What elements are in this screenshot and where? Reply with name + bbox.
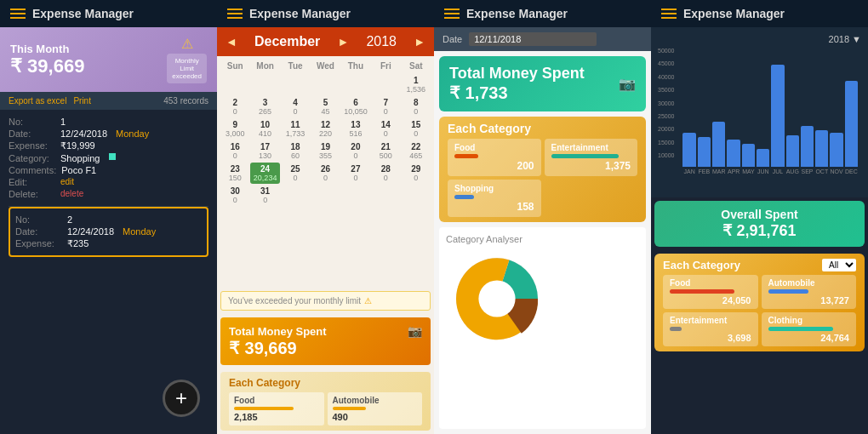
bar-DEC[interactable] <box>845 81 858 167</box>
panel2-each-category: Each Category Food 2,185 Automobile 490 <box>220 372 431 431</box>
p3-cat2-name: Entertainment <box>551 143 631 152</box>
no-label2: No: <box>15 214 62 225</box>
bar-chart-canvas <box>679 48 861 167</box>
p4-cat4: Clothing 24,764 <box>762 312 857 346</box>
p4-cat1-bar <box>670 289 734 294</box>
cal-day-10[interactable]: 10410 <box>250 118 279 140</box>
cal-day-13[interactable]: 13516 <box>341 118 370 140</box>
p2-cat1-name: Food <box>234 396 319 405</box>
cal-day-11[interactable]: 111,733 <box>281 118 310 140</box>
cal-day-1[interactable]: 11,536 <box>402 74 431 95</box>
bar-JUL[interactable] <box>771 65 784 167</box>
cal-day-17[interactable]: 17130 <box>250 140 279 162</box>
this-month-amount: ₹ 39,669 <box>10 55 84 77</box>
cal-day-29[interactable]: 290 <box>402 163 431 184</box>
p4-cat4-name: Clothing <box>768 316 850 325</box>
dow-wed: Wed <box>311 60 340 72</box>
cal-day-26[interactable]: 260 <box>311 163 340 184</box>
export-excel-link[interactable]: Export as excel <box>9 96 66 106</box>
bar-OCT[interactable] <box>815 130 828 167</box>
print-link[interactable]: Print <box>73 96 91 106</box>
pie-chart <box>446 248 548 350</box>
calendar-grid: Sun Mon Tue Wed Thu Fri Sat 11,536203265… <box>217 56 434 288</box>
bar-MAR[interactable] <box>712 122 725 167</box>
p3-cat3-bar <box>454 195 474 199</box>
cal-day-2[interactable]: 20 <box>220 96 249 117</box>
bar-label-JUL: JUL <box>771 168 784 174</box>
p2-ts-label: Total Money Spent <box>229 325 327 338</box>
p3-cat3: Shopping 158 <box>448 180 541 217</box>
all-select[interactable]: All <box>822 259 856 271</box>
records-count: 453 records <box>163 96 208 106</box>
bar-NOV[interactable] <box>830 133 842 167</box>
hamburger-menu4[interactable] <box>661 9 677 19</box>
p4-cat1-amount: 24,050 <box>670 295 751 306</box>
bar-FEB[interactable] <box>698 137 711 167</box>
cal-day-9[interactable]: 93,000 <box>220 118 249 140</box>
prev-month-btn[interactable]: ◄ <box>226 35 237 49</box>
cal-day-27[interactable]: 270 <box>341 163 370 184</box>
expense-label: Expense: <box>9 140 55 151</box>
cal-day-6[interactable]: 610,050 <box>341 96 370 117</box>
cal-day-18[interactable]: 1860 <box>281 140 310 162</box>
bar-label-SEP: SEP <box>801 168 814 174</box>
cal-day-4[interactable]: 40 <box>281 96 310 117</box>
cal-day-30[interactable]: 300 <box>220 185 249 206</box>
cal-day-24[interactable]: 2420,234 <box>250 163 279 184</box>
cal-day-12[interactable]: 12220 <box>311 118 340 140</box>
bar-JAN[interactable] <box>682 133 695 167</box>
bar-JUN[interactable] <box>757 149 769 167</box>
year-dropdown-icon[interactable]: ▼ <box>852 34 861 44</box>
p3-cat2-bar <box>551 154 619 158</box>
cal-day-22[interactable]: 22465 <box>402 140 431 162</box>
cal-day-20[interactable]: 200 <box>341 140 370 162</box>
cal-day-28[interactable]: 280 <box>371 163 400 184</box>
date-input[interactable] <box>469 32 597 46</box>
rec2-day: Monday <box>123 226 156 237</box>
bar-label-APR: APR <box>728 168 740 174</box>
p2-cat2-amount: 490 <box>333 412 418 422</box>
add-fab[interactable]: + <box>163 380 200 417</box>
hamburger-menu2[interactable] <box>227 9 243 19</box>
month-info: This Month ₹ 39,669 <box>10 43 84 77</box>
cal-day-5[interactable]: 545 <box>311 96 340 117</box>
bar-label-JAN: JAN <box>682 168 695 174</box>
cal-day-15[interactable]: 150 <box>402 118 431 140</box>
hamburger-menu[interactable] <box>10 9 26 19</box>
cal-day-7[interactable]: 70 <box>371 96 400 117</box>
exceed-banner: You've exceeded your monthly limit ⚠ <box>220 291 431 311</box>
bar-label-FEB: FEB <box>698 168 711 174</box>
monthly-limit-box: Monthly Limit exceeded <box>167 54 207 83</box>
cal-day-25[interactable]: 250 <box>281 163 310 184</box>
cal-day-3[interactable]: 3265 <box>250 96 279 117</box>
category-label: Category: <box>9 153 55 163</box>
comments-label: Comments: <box>9 165 56 175</box>
cal-day-23[interactable]: 23150 <box>220 163 249 184</box>
cal-day-21[interactable]: 21500 <box>371 140 400 162</box>
bar-MAY[interactable] <box>742 144 755 167</box>
cal-day-16[interactable]: 160 <box>220 140 249 162</box>
hamburger-menu3[interactable] <box>444 9 460 19</box>
delete-link[interactable]: delete <box>60 189 83 199</box>
cal-day-19[interactable]: 19355 <box>311 140 340 162</box>
category-badge <box>109 153 116 160</box>
panel-overview: Expense Manager 2018 ▼ 50000 45000 40000… <box>651 0 868 434</box>
next-month-btn[interactable]: ► <box>337 35 349 49</box>
panel3-title: Expense Manager <box>466 7 568 20</box>
p4-cat3: Entertainment 3,698 <box>663 312 758 346</box>
cal-day-empty <box>250 74 279 95</box>
panel2-title: Expense Manager <box>249 7 351 20</box>
edit-link[interactable]: edit <box>60 177 74 187</box>
cal-day-31[interactable]: 310 <box>250 185 279 206</box>
next-year-btn[interactable]: ► <box>414 35 425 49</box>
bar-label-OCT: OCT <box>815 168 828 174</box>
bar-AUG[interactable] <box>786 135 799 167</box>
bar-APR[interactable] <box>727 140 740 167</box>
cal-month: December <box>254 34 320 49</box>
this-month-section: This Month ₹ 39,669 ⚠ Monthly Limit exce… <box>0 27 217 92</box>
bar-SEP[interactable] <box>801 126 814 167</box>
rec1-no: 1 <box>60 117 66 127</box>
rec2-no: 2 <box>67 214 72 225</box>
cal-day-14[interactable]: 140 <box>371 118 400 140</box>
cal-day-8[interactable]: 80 <box>402 96 431 117</box>
